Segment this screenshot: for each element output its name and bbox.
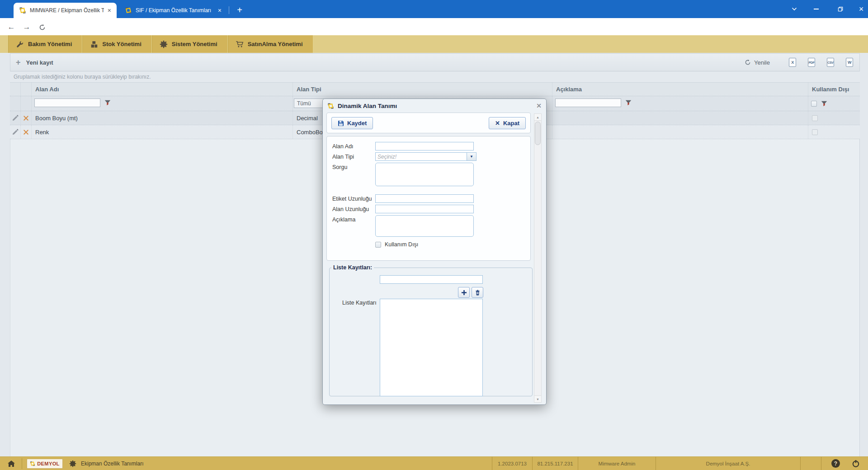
app-menubar: Bakım Yönetimi Stok Yönetimi Sistem Yöne… [0,35,868,53]
delete-x-icon[interactable] [21,125,32,139]
help-icon[interactable]: ? [831,459,840,468]
refresh-icon[interactable] [745,59,751,66]
demyol-logo-icon [30,461,35,466]
floppy-icon [338,120,344,127]
new-record-button[interactable]: Yeni kayıt [26,59,53,66]
save-button[interactable]: Kaydet [331,117,373,129]
tab-title: SIF / Ekipman Özellik Tanımları [136,7,214,14]
delete-list-item-button[interactable] [472,287,483,298]
column-header-aciklama[interactable]: Açıklama [552,83,808,96]
demyol-logo[interactable]: DEMYOL [27,459,63,469]
label-alan-uzunlugu: Alan Uzunluğu [332,205,375,213]
label-sorgu: Sorgu [332,163,375,186]
browser-tab-inactive[interactable]: SIF / Ekipman Özellik Tanımları × [119,3,227,18]
mimware-favicon [125,7,132,14]
tab-close-icon[interactable]: × [217,7,222,14]
back-icon[interactable]: ← [5,21,17,33]
company-name: Demyol İnşaat A.Ş. [656,457,800,470]
gear-icon [160,40,168,48]
wrench-icon [16,40,24,48]
alan-adi-input[interactable] [375,142,474,150]
status-footer: DEMYOL Ekipman Özellik Tanımları 1.2023.… [0,456,868,470]
filter-aciklama-input[interactable] [555,99,621,107]
menu-satinalma-yonetimi[interactable]: SatınAlma Yönetimi [228,35,313,53]
dialog-title: Dinamik Alan Tanımı [338,103,397,109]
browser-tab-active[interactable]: MIMWARE / Ekipman Özellik Tanı × [14,3,117,18]
cell-aciklama [552,125,808,139]
add-list-item-button[interactable] [458,287,470,298]
label-aciklama: Açıklama [332,215,375,237]
reload-icon[interactable] [36,21,48,33]
menu-bakim-yonetimi[interactable]: Bakım Yönetimi [8,35,82,53]
home-icon[interactable] [7,460,15,467]
dialog-toolbar: Kaydet ✕ Kapat [326,113,531,133]
filter-alan-adi-input[interactable] [34,99,100,107]
power-logout-icon[interactable] [852,460,860,468]
close-window-button[interactable]: × [851,0,868,18]
scrollbar-thumb[interactable] [535,122,541,145]
export-word-icon[interactable]: W [846,58,853,67]
grid-toolbar: + Yeni kayıt Yenile X PDF CSV W [10,53,860,71]
liste-kayitlari-fieldset: Liste Kayıtları: Liste Kayıtları [329,264,533,396]
export-csv-icon[interactable]: CSV [827,58,834,67]
tab-title: MIMWARE / Ekipman Özellik Tanı [30,7,104,14]
footer-page-title: Ekipman Özellik Tanımları [81,461,144,467]
filter-kullanim-disi-checkbox[interactable] [811,101,817,107]
mimware-logo-icon [327,103,334,109]
liste-kayitlari-listbox[interactable] [380,299,483,396]
sorgu-textarea[interactable] [375,163,474,186]
edit-pencil-icon[interactable] [10,125,21,139]
liste-kayitlari-legend: Liste Kayıtları: [331,264,374,271]
dialog-form-panel: Alan Adı Alan Tipi ▼ Sorgu Etiket Uzunlu… [326,136,531,261]
aciklama-textarea[interactable] [375,215,474,237]
column-header-alan-tipi[interactable]: Alan Tipi [293,83,552,96]
filter-funnel-icon[interactable] [104,100,111,106]
liste-kayit-input[interactable] [380,275,483,284]
export-pdf-icon[interactable]: PDF [808,58,815,67]
add-icon: + [16,58,21,67]
gear-icon [69,460,76,467]
mimware-favicon [19,7,26,14]
group-panel[interactable]: Gruplamak istediğiniz kolonu buraya sürü… [10,71,860,83]
tab-close-icon[interactable]: × [107,7,112,14]
edit-pencil-icon[interactable] [10,111,21,125]
forward-icon[interactable]: → [21,21,33,33]
dropdown-arrow-icon[interactable]: ▼ [467,153,476,160]
delete-x-icon[interactable] [21,111,32,125]
alan-tipi-combobox[interactable]: ▼ [375,152,476,161]
kullanim-disi-checkbox[interactable] [375,242,381,248]
cell-alan-adi: Renk [32,125,293,139]
row-kullanim-disi-checkbox [812,115,818,121]
close-button[interactable]: ✕ Kapat [489,117,526,129]
dialog-titlebar[interactable]: Dinamik Alan Tanımı ✕ [323,99,546,113]
filter-funnel-icon[interactable] [821,101,827,107]
browser-toolbar: ← → demyol.mimware.net/Modules/SistemYon… [0,18,868,35]
export-excel-icon[interactable]: X [789,58,796,67]
tab-search-chevron-icon[interactable] [784,0,805,18]
tab-separator [229,6,229,14]
refresh-button[interactable]: Yenile [754,59,770,66]
label-alan-adi: Alan Adı [332,142,375,150]
new-tab-button[interactable]: + [233,4,246,16]
restore-button[interactable] [830,0,851,18]
x-icon: ✕ [495,120,500,127]
label-alan-tipi: Alan Tipi [332,152,375,161]
browser-titlebar: MIMWARE / Ekipman Özellik Tanı × SIF / E… [0,0,868,18]
etiket-uzunlugu-input[interactable] [375,194,474,203]
column-header-alan-adi[interactable]: Alan Adı [32,83,293,96]
package-icon [90,40,98,48]
filter-funnel-icon[interactable] [625,100,632,106]
dialog-close-icon[interactable]: ✕ [536,102,542,109]
menu-sistem-yonetimi[interactable]: Sistem Yönetimi [152,35,228,53]
scroll-down-icon[interactable]: ▼ [534,395,541,402]
alan-uzunlugu-input[interactable] [375,205,474,213]
minimize-button[interactable] [806,0,826,18]
menu-stok-yonetimi[interactable]: Stok Yönetimi [82,35,151,53]
alan-tipi-input[interactable] [376,153,467,160]
dinamik-alan-tanimi-dialog: Dinamik Alan Tanımı ✕ Kaydet ✕ Kapat Ala… [322,99,547,405]
column-header-kullanim-disi[interactable]: Kullanım Dışı [808,83,860,96]
ip-address: 81.215.117.231 [532,457,578,470]
dialog-scrollbar[interactable]: ▲ ▼ [534,113,542,403]
logged-in-user: Mimware Admin [578,457,656,470]
scroll-up-icon[interactable]: ▲ [534,114,541,121]
